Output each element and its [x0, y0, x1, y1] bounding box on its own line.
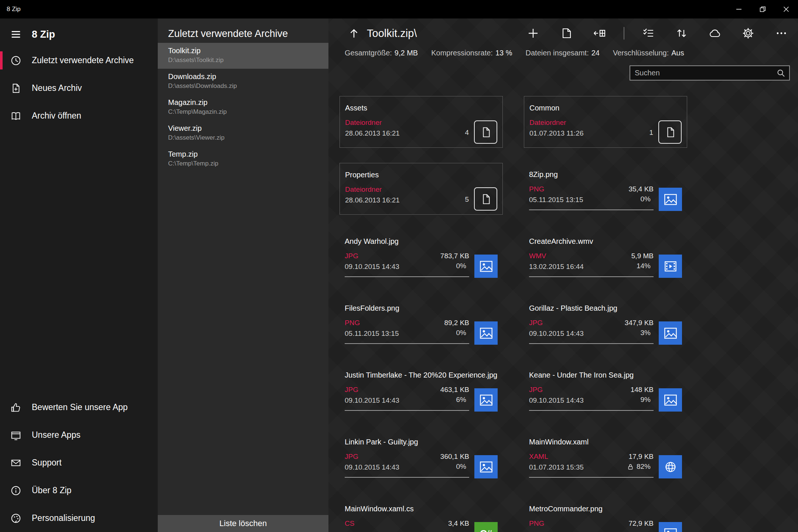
- file-type: Dateiordner: [345, 119, 382, 127]
- minimize-button[interactable]: [727, 0, 751, 18]
- close-button[interactable]: [774, 0, 798, 18]
- minimize-icon: [735, 5, 743, 13]
- file-grid: Assets Dateiordner 28.06.2013 16:21 4: [340, 96, 798, 532]
- file-tile[interactable]: FilesFolders.png PNG 05.11.2015 13:15 89…: [340, 297, 503, 348]
- file-name: Common: [529, 104, 685, 112]
- file-tile[interactable]: 8Zip.png PNG 05.11.2015 13:15 35,4 KB 0%: [524, 163, 687, 215]
- archive-path: D:\assets\Downloads.zip: [168, 82, 321, 90]
- sidebar-item-label: Support: [32, 458, 62, 468]
- sidebar-item-personalization[interactable]: Personalisierung: [0, 504, 158, 532]
- file-tile[interactable]: Assets Dateiordner 28.06.2013 16:21 4: [340, 96, 503, 148]
- file-extra: 5: [462, 195, 469, 204]
- clock-icon: [10, 54, 22, 67]
- stat-label: Gesamtgröße:: [345, 49, 392, 57]
- open-archive-icon: [10, 110, 22, 122]
- file-name: 8Zip.png: [529, 170, 685, 179]
- image-file-icon: [474, 388, 498, 412]
- more-icon: [775, 27, 788, 40]
- settings-button[interactable]: [739, 24, 757, 42]
- more-button[interactable]: [772, 24, 791, 42]
- recent-archive-item[interactable]: Temp.zip C:\Temp\Temp.zip: [158, 146, 328, 172]
- sort-button[interactable]: [672, 24, 691, 42]
- window-controls: [727, 0, 798, 18]
- file-tile[interactable]: Properties Dateiordner 28.06.2013 16:21 …: [340, 163, 503, 215]
- recent-archive-item[interactable]: Viewer.zip D:\assets\Viewer.zip: [158, 120, 328, 146]
- sidebar-item-about[interactable]: Über 8 Zip: [0, 477, 158, 504]
- file-tile[interactable]: Keane - Under The Iron Sea.jpg JPG 09.10…: [524, 364, 687, 415]
- file-date: 28.06.2013 16:21: [345, 129, 400, 137]
- personalization-icon: [10, 512, 22, 525]
- file-date: 09.10.2015 14:43: [529, 330, 584, 338]
- file-name: MainWindow.xaml.cs: [345, 505, 501, 513]
- file-name: MetroCommander.png: [529, 505, 685, 513]
- file-extra: 1: [646, 129, 653, 137]
- file-size: 89,2 KB: [444, 319, 469, 327]
- file-name: Linkin Park - Guilty.jpg: [345, 438, 501, 446]
- multi-select-button[interactable]: [639, 24, 658, 42]
- file-date: 09.10.2015 14:43: [345, 463, 399, 471]
- file-tile[interactable]: Justin Timberlake - The 20%20 Experience…: [340, 364, 503, 415]
- file-name: Andy Warhol.jpg: [345, 237, 501, 246]
- search-icon: [777, 69, 785, 78]
- sidebar-item-rate-app[interactable]: Bewerten Sie unsere App: [0, 393, 158, 421]
- compression-ratio: 0%: [456, 463, 466, 471]
- compression-ratio: 0%: [456, 262, 466, 270]
- app-title: 8 Zip: [32, 29, 55, 40]
- navigate-up-button[interactable]: [345, 25, 362, 42]
- recent-archive-item[interactable]: Magazin.zip C:\Temp\Magazin.zip: [158, 95, 328, 120]
- recent-archive-item[interactable]: Toolkit.zip D:\assets\Toolkit.zip: [158, 43, 328, 69]
- video-file-icon: [659, 255, 682, 278]
- sidebar-item-recent-archives[interactable]: Zuletzt verwendete Archive: [0, 47, 158, 74]
- archive-stats: Gesamtgröße:9,2 MB Kompressionsrate:13 %…: [345, 49, 798, 57]
- image-file-icon: [474, 455, 498, 478]
- stat-item: Kompressionsrate:13 %: [431, 49, 512, 57]
- save-archive-button[interactable]: [557, 24, 576, 42]
- file-tile[interactable]: MainWindow.xaml XAML 01.07.2013 15:35 17…: [524, 430, 687, 482]
- file-type: JPG: [345, 453, 358, 461]
- file-size: 72,9 KB: [628, 519, 654, 528]
- stat-item: Dateien insgesamt:24: [526, 49, 600, 57]
- cloud-button[interactable]: [706, 24, 724, 42]
- sidebar-item-our-apps[interactable]: Unsere Apps: [0, 421, 158, 449]
- sidebar-item-support[interactable]: Support: [0, 449, 158, 477]
- folder-item-count: 5: [465, 195, 469, 204]
- sidebar: 8 Zip Zuletzt verwendete Archive Neues A…: [0, 18, 158, 532]
- file-date: 05.11.2015 13:15: [529, 196, 583, 204]
- sidebar-item-new-archive[interactable]: Neues Archiv: [0, 74, 158, 102]
- archive-name: Temp.zip: [168, 150, 321, 158]
- clear-list-button[interactable]: Liste löschen: [158, 515, 328, 532]
- hamburger-menu-button[interactable]: [10, 28, 22, 41]
- file-tile[interactable]: MainWindow.xaml.cs CS 3,4 KB: [340, 497, 503, 532]
- recent-panel-title: Zuletzt verwendete Archive: [168, 28, 328, 43]
- settings-icon: [742, 27, 754, 40]
- image-file-icon: [474, 321, 498, 345]
- extract-button[interactable]: [590, 24, 609, 42]
- sidebar-item-open-archive[interactable]: Archiv öffnen: [0, 102, 158, 130]
- file-tile[interactable]: Andy Warhol.jpg JPG 09.10.2015 14:43 783…: [340, 230, 503, 282]
- file-type: PNG: [529, 185, 544, 193]
- up-icon: [347, 27, 361, 40]
- file-extra: 0%: [456, 329, 469, 337]
- sidebar-footer: Bewerten Sie unsere App Unsere Apps Supp…: [0, 393, 158, 532]
- file-tile[interactable]: CreateArchive.wmv WMV 13.02.2015 16:44 5…: [524, 230, 687, 282]
- folder-item-count: 1: [649, 129, 653, 137]
- archive-name: Viewer.zip: [168, 124, 321, 133]
- file-date: 01.07.2013 11:26: [529, 129, 584, 137]
- recent-archive-item[interactable]: Downloads.zip D:\assets\Downloads.zip: [158, 69, 328, 95]
- recent-archives-panel: Zuletzt verwendete Archive Toolkit.zip D…: [158, 18, 328, 532]
- search-input[interactable]: [630, 69, 777, 77]
- file-extra: 4: [462, 129, 469, 137]
- file-name: Properties: [345, 171, 500, 179]
- file-tile[interactable]: Common Dateiordner 01.07.2013 11:26 1: [524, 96, 687, 148]
- add-files-button[interactable]: [524, 24, 542, 42]
- stat-label: Kompressionsrate:: [431, 49, 493, 57]
- compression-ratio: 0%: [456, 329, 466, 337]
- file-extra: 82%: [627, 463, 654, 471]
- file-tile[interactable]: MetroCommander.png PNG 72,9 KB: [524, 497, 687, 532]
- stat-value: 13 %: [495, 49, 512, 57]
- maximize-button[interactable]: [751, 0, 774, 18]
- sidebar-item-label: Unsere Apps: [32, 430, 81, 440]
- window-title: 8 Zip: [7, 6, 21, 13]
- file-tile[interactable]: Gorillaz - Plastic Beach.jpg JPG 09.10.2…: [524, 297, 687, 348]
- file-tile[interactable]: Linkin Park - Guilty.jpg JPG 09.10.2015 …: [340, 430, 503, 482]
